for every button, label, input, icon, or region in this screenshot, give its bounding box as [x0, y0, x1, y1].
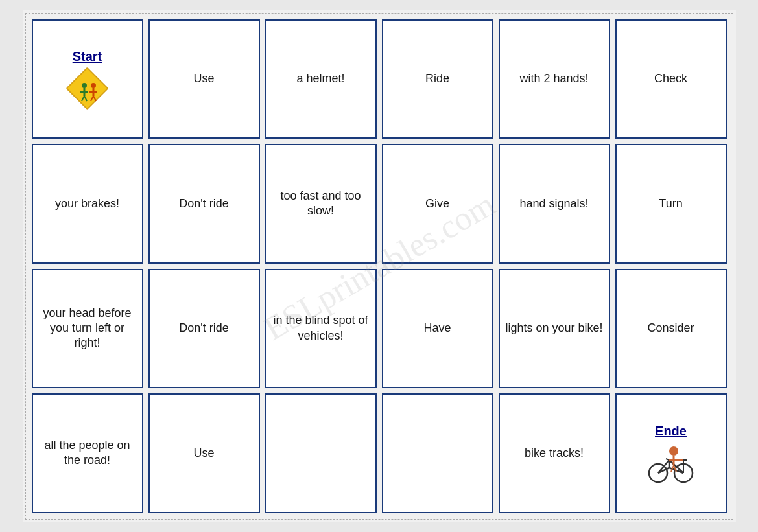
svg-point-1	[82, 83, 87, 88]
card-dont-ride-2: Don't ride	[148, 269, 260, 389]
card-ride: Ride	[382, 19, 493, 139]
card-with-2-hands: with 2 hands!	[499, 19, 610, 139]
card-turn: Turn	[615, 144, 727, 264]
start-label: Start	[73, 48, 102, 65]
card-give: Give	[382, 144, 493, 264]
card-grid: Start	[29, 17, 729, 516]
card-empty-1	[265, 393, 377, 513]
card-hand-signals: hand signals!	[499, 144, 610, 264]
card-check: Check	[615, 19, 727, 139]
card-use-1: Use	[148, 19, 260, 139]
card-empty-2	[382, 393, 493, 513]
card-blind-spot: in the blind spot of vehicles!	[265, 269, 377, 389]
card-end: Ende	[615, 393, 727, 513]
card-consider: Consider	[615, 269, 727, 389]
card-dont-ride-1: Don't ride	[148, 144, 260, 264]
road-safety-icon	[66, 67, 108, 110]
card-too-fast: too fast and too slow!	[265, 144, 377, 264]
card-bike-tracks: bike tracks!	[499, 393, 610, 513]
svg-point-6	[91, 83, 96, 88]
card-start: Start	[32, 19, 143, 139]
card-use-2: Use	[148, 393, 260, 513]
card-lights: lights on your bike!	[499, 269, 610, 389]
page: ESLprintables.com Start	[23, 10, 736, 522]
svg-line-20	[666, 459, 669, 460]
card-your-brakes: your brakes!	[32, 144, 143, 264]
card-a-helmet: a helmet!	[265, 19, 377, 139]
svg-rect-0	[67, 68, 108, 110]
card-all-people: all the people on the road!	[32, 393, 143, 513]
cyclist-icon	[646, 442, 695, 484]
svg-point-21	[669, 446, 678, 456]
card-your-head: your head before you turn left or right!	[32, 269, 143, 389]
end-label: Ende	[655, 422, 687, 439]
card-have: Have	[382, 269, 493, 389]
